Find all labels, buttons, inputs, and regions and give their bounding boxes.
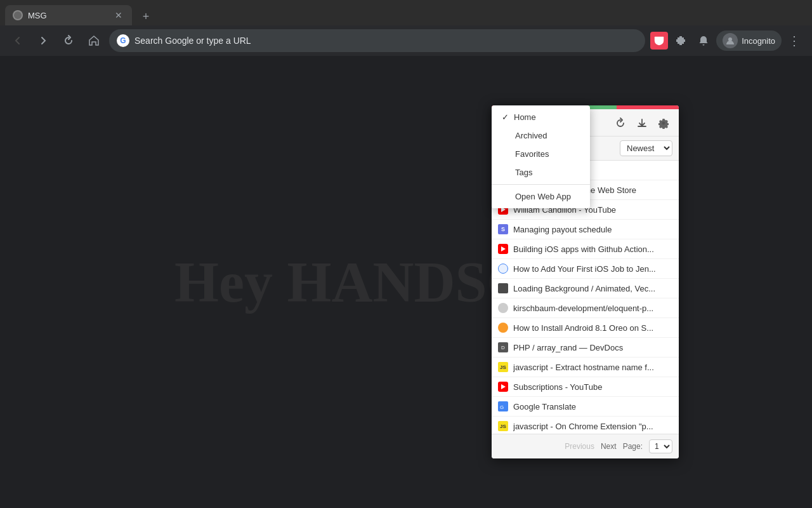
nav-right-buttons: Incognito ⋮: [650, 30, 804, 51]
item-title: javascript - On Chrome Extension "p...: [513, 422, 672, 431]
color-bar-red2: [617, 105, 679, 109]
item-favicon: [498, 283, 508, 293]
item-favicon: JS: [498, 362, 508, 372]
list-item[interactable]: How to Install Android 8.1 Oreo on S...: [492, 318, 679, 338]
list-item[interactable]: Subscriptions - YouTube: [492, 377, 679, 397]
nav-bar: G Search Google or type a URL: [0, 25, 812, 56]
account-label: Incognito: [742, 36, 775, 46]
panel-pagination: Previous Next Page: 1 2 3: [492, 434, 679, 458]
svg-text:G: G: [500, 404, 504, 410]
list-item[interactable]: JS javascript - On Chrome Extension "p..…: [492, 417, 679, 434]
dropdown-archived-label: Archived: [515, 131, 547, 140]
item-favicon: [498, 323, 508, 333]
item-favicon: [498, 382, 508, 392]
back-button[interactable]: [8, 30, 28, 51]
svg-point-0: [14, 11, 22, 19]
open-web-app-label: Open Web App: [515, 192, 571, 201]
list-item[interactable]: How to Add Your First iOS Job to Jen...: [492, 259, 679, 279]
tab-favicon: [13, 10, 23, 20]
list-item[interactable]: JS javascript - Extract hostname name f.…: [492, 358, 679, 377]
extensions-button[interactable]: [671, 30, 691, 51]
pagination-page-label: Page:: [623, 442, 643, 451]
list-item[interactable]: kirschbaum-development/eloquent-p...: [492, 298, 679, 318]
item-title: How to Install Android 8.1 Oreo on S...: [513, 323, 672, 333]
item-title: kirschbaum-development/eloquent-p...: [513, 304, 672, 313]
notifications-button[interactable]: [693, 30, 714, 51]
pagination-next-button[interactable]: Next: [601, 442, 617, 451]
item-title: Loading Background / Animated, Vec...: [513, 284, 672, 293]
address-bar[interactable]: G Search Google or type a URL: [109, 29, 645, 52]
account-button[interactable]: Incognito: [716, 30, 782, 51]
account-avatar: [723, 33, 738, 48]
pagination-previous-button[interactable]: Previous: [565, 442, 594, 451]
pocket-extension-icon[interactable]: [650, 32, 668, 50]
address-text: Search Google or type a URL: [134, 36, 638, 46]
pagination-page-select[interactable]: 1 2 3: [649, 439, 672, 453]
panel-refresh-button[interactable]: [612, 114, 629, 132]
page-content: Hey HANDSOME, ✓ Home Archived Favorites …: [0, 56, 812, 508]
item-favicon: D: [498, 342, 508, 352]
panel-download-button[interactable]: [633, 114, 651, 132]
sort-select[interactable]: Newest Oldest Shortest Longest: [620, 140, 672, 156]
dropdown-item-tags[interactable]: Tags: [492, 163, 590, 182]
item-favicon: JS: [498, 421, 508, 431]
item-favicon: G: [498, 401, 508, 411]
list-item[interactable]: Building iOS apps with Github Action...: [492, 239, 679, 259]
dropdown-item-home[interactable]: ✓ Home: [492, 108, 590, 126]
list-item[interactable]: G Google Translate: [492, 397, 679, 417]
dropdown-home-label: Home: [514, 112, 536, 122]
item-title: Google Translate: [513, 402, 672, 411]
home-button[interactable]: [84, 30, 104, 51]
list-item[interactable]: S Managing payout schedule: [492, 220, 679, 239]
item-favicon: [498, 303, 508, 313]
browser-menu-button[interactable]: ⋮: [784, 30, 804, 51]
panel-settings-button[interactable]: [655, 114, 672, 132]
tab-title: MSG: [28, 11, 108, 20]
dropdown-open-web-app[interactable]: Open Web App: [492, 187, 590, 206]
item-favicon: [498, 244, 508, 254]
browser-frame: MSG ✕ + G S: [0, 0, 812, 508]
list-item[interactable]: Loading Background / Animated, Vec...: [492, 279, 679, 298]
dropdown-tags-label: Tags: [515, 168, 532, 177]
dropdown-item-favorites[interactable]: Favorites: [492, 145, 590, 163]
nav-dropdown-menu: ✓ Home Archived Favorites Tags Open Web …: [492, 105, 590, 208]
check-icon: ✓: [502, 112, 509, 122]
forward-button[interactable]: [33, 30, 53, 51]
new-tab-button[interactable]: +: [137, 8, 155, 25]
item-title: javascript - Extract hostname name f...: [513, 363, 672, 372]
panel-header-icons: [612, 114, 672, 132]
item-title: Managing payout schedule: [513, 225, 672, 234]
item-title: How to Add Your First iOS Job to Jen...: [513, 264, 672, 274]
item-title: Subscriptions - YouTube: [513, 382, 672, 392]
item-favicon: [498, 264, 508, 274]
title-bar: MSG ✕ +: [0, 0, 812, 25]
tab-close-button[interactable]: ✕: [113, 10, 124, 21]
dropdown-divider: [492, 184, 590, 185]
dropdown-favorites-label: Favorites: [515, 149, 549, 159]
item-title: PHP / array_rand — DevDocs: [513, 343, 672, 352]
list-item[interactable]: D PHP / array_rand — DevDocs: [492, 338, 679, 358]
browser-tab[interactable]: MSG ✕: [5, 5, 132, 25]
item-title: Building iOS apps with Github Action...: [513, 244, 672, 254]
item-favicon: S: [498, 224, 508, 234]
google-icon: G: [117, 34, 129, 47]
reload-button[interactable]: [58, 30, 79, 51]
dropdown-item-archived[interactable]: Archived: [492, 126, 590, 145]
